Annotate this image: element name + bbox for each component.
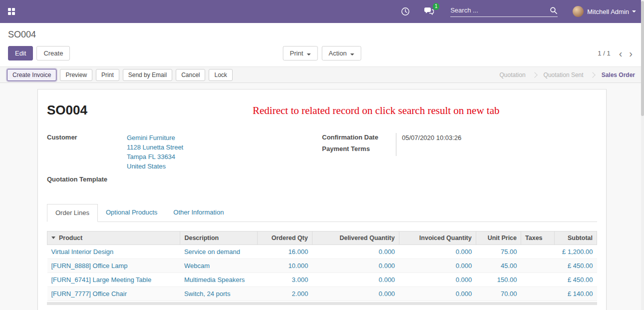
activities-clock-icon[interactable]	[401, 7, 410, 16]
search-input[interactable]	[450, 6, 550, 14]
tab-optional-products[interactable]: Optional Products	[98, 204, 165, 222]
message-count-badge: 1	[433, 3, 440, 10]
user-name: Mitchell Admin	[587, 8, 629, 16]
table-row[interactable]: [FURN_7777] Office Chair Switch, 24 port…	[47, 287, 597, 301]
scrollbar-thumb[interactable]	[641, 1, 644, 116]
notebook-tabs: Order Lines Optional Products Other Info…	[47, 204, 597, 222]
column-header-taxes[interactable]: Taxes	[521, 232, 555, 245]
send-by-email-button[interactable]: Send by Email	[123, 69, 172, 81]
payment-terms-label: Payment Terms	[322, 144, 396, 156]
table-row[interactable]: [FURN_8888] Office Lamp Webcam 10.000 0.…	[47, 259, 597, 273]
column-header-unit-price[interactable]: Unit Price	[476, 232, 521, 245]
customer-label: Customer	[47, 133, 127, 171]
sales-order-sheet: SO004 Redirect to related record on clic…	[37, 89, 607, 310]
create-invoice-button[interactable]: Create Invoice	[7, 69, 56, 81]
order-lines-table: Product Description Ordered Qty Delivere…	[47, 231, 597, 301]
create-button[interactable]: Create	[36, 46, 70, 60]
page-scrollbar[interactable]	[641, 0, 644, 310]
customer-value[interactable]: Gemini Furniture 1128 Lunetta Street Tam…	[127, 133, 183, 171]
field-group: Customer Gemini Furniture 1128 Lunetta S…	[47, 133, 597, 187]
sort-caret-icon	[51, 236, 55, 239]
cancel-button[interactable]: Cancel	[176, 69, 205, 81]
breadcrumb: SO004	[8, 30, 36, 40]
annotation-note: Redirect to related record on click sear…	[253, 104, 499, 117]
chevron-down-icon	[350, 54, 354, 56]
table-row[interactable]: [FURN_6741] Large Meeting Table Multimed…	[47, 273, 597, 287]
pager-previous-button[interactable]	[616, 48, 626, 58]
action-dropdown-button[interactable]: Action	[322, 46, 361, 60]
column-header-description[interactable]: Description	[180, 232, 257, 245]
quotation-template-label: Quotation Template	[47, 175, 127, 183]
status-pipeline: Quotation Quotation Sent Sales Order	[491, 67, 644, 82]
status-quotation[interactable]: Quotation	[491, 67, 535, 82]
status-sales-order[interactable]: Sales Order	[593, 67, 644, 82]
payment-terms-value	[396, 144, 597, 156]
user-menu-caret-icon	[632, 10, 636, 12]
apps-menu-icon[interactable]	[8, 8, 15, 15]
pager: 1 / 1	[598, 48, 636, 58]
search-icon[interactable]	[550, 6, 558, 14]
lock-button[interactable]: Lock	[209, 69, 232, 81]
main-content: SO004 Redirect to related record on clic…	[0, 83, 644, 310]
confirmation-date-value: 05/07/2020 10:03:26	[396, 133, 597, 144]
user-menu[interactable]: Mitchell Admin	[573, 6, 636, 17]
column-header-delivered-quantity[interactable]: Delivered Quantity	[312, 232, 399, 245]
column-header-ordered-qty[interactable]: Ordered Qty	[257, 232, 312, 245]
tab-order-lines[interactable]: Order Lines	[47, 204, 98, 222]
status-quotation-sent[interactable]: Quotation Sent	[535, 67, 593, 82]
breadcrumb-row: SO004	[0, 23, 644, 42]
preview-button[interactable]: Preview	[60, 69, 92, 81]
column-header-subtotal[interactable]: Subtotal	[555, 232, 597, 245]
control-panel: Edit Create Print Action 1 / 1	[0, 42, 644, 66]
messages-icon[interactable]: 1	[424, 7, 434, 16]
top-navbar: 1 Mitchell Admin	[0, 0, 644, 23]
column-header-invoiced-quantity[interactable]: Invoiced Quantity	[399, 232, 476, 245]
topbar-search	[450, 6, 558, 17]
pager-count: 1 / 1	[598, 50, 610, 57]
edit-button[interactable]: Edit	[8, 46, 33, 60]
pager-next-button[interactable]	[626, 48, 636, 58]
table-header-row: Product Description Ordered Qty Delivere…	[47, 232, 597, 245]
avatar	[573, 6, 584, 17]
table-row[interactable]: Virtual Interior Design Service on deman…	[47, 245, 597, 259]
chevron-down-icon	[307, 54, 311, 56]
table-footer-strip	[47, 302, 597, 305]
tab-other-information[interactable]: Other Information	[165, 204, 232, 222]
print-dropdown-button[interactable]: Print	[283, 46, 318, 60]
column-header-product[interactable]: Product	[47, 232, 180, 245]
print-button[interactable]: Print	[96, 69, 119, 81]
statusbar: Create Invoice Preview Print Send by Ema…	[0, 66, 644, 83]
confirmation-date-label: Confirmation Date	[322, 133, 396, 144]
